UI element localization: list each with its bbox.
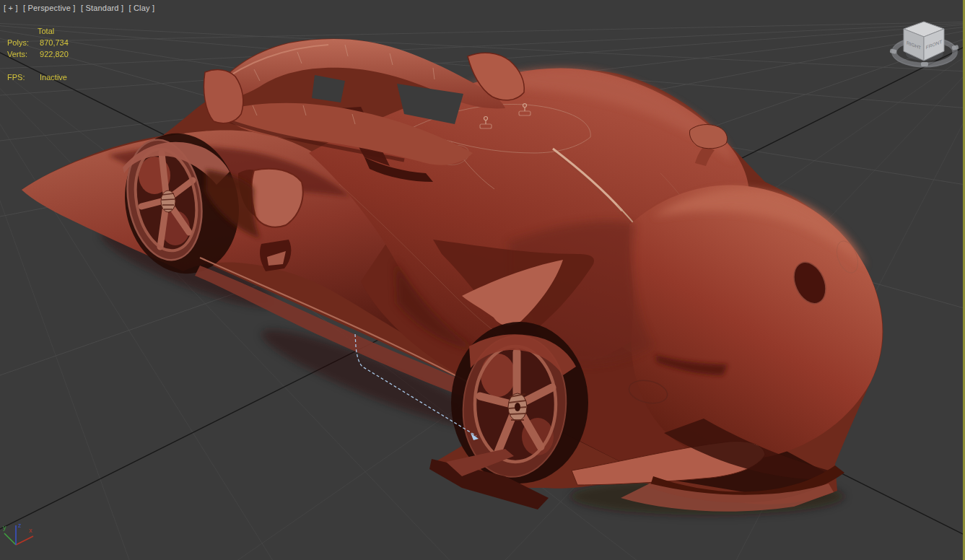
stats-verts-row: Verts: 922,820 [7, 48, 69, 60]
axis-x-label: x [29, 527, 32, 534]
stats-total-header: Total [7, 25, 69, 37]
stats-total-text: Total [38, 27, 54, 35]
stats-fps-value: Inactive [40, 73, 67, 82]
stats-polys-label: Polys: [7, 37, 38, 48]
stats-fps-label: FPS: [7, 71, 38, 83]
stats-verts-value: 922,820 [40, 50, 69, 58]
brake-glow [481, 354, 515, 397]
car-model[interactable] [22, 39, 883, 515]
viewport-pov-menu[interactable]: [ Perspective ] [23, 4, 76, 12]
viewport-general-menu[interactable]: [ + ] [4, 4, 18, 12]
statistics-panel: Total Polys: 870,734 Verts: 922,820 FPS:… [7, 25, 69, 83]
stats-verts-label: Verts: [7, 48, 38, 60]
axis-z-label: z [18, 522, 22, 529]
axis-y [4, 533, 16, 545]
viewcube[interactable]: RIGHT FRONT [889, 22, 959, 66]
viewport-render-preset-menu[interactable]: [ Standard ] [81, 4, 123, 12]
stats-polys-value: 870,734 [40, 38, 69, 47]
axis-x [16, 536, 33, 545]
viewport-label: [ + ] [ Perspective ] [ Standard ] [ Cla… [4, 4, 157, 12]
scene-canvas[interactable]: RIGHT FRONT x y z [0, 0, 965, 560]
axis-y-label: y [3, 524, 6, 531]
viewport-3d[interactable]: RIGHT FRONT x y z [ + ] [ Perspective ] … [0, 0, 965, 560]
stats-fps-row: FPS: Inactive [7, 71, 69, 83]
stats-polys-row: Polys: 870,734 [7, 37, 69, 48]
viewport-shading-menu[interactable]: [ Clay ] [128, 4, 154, 12]
